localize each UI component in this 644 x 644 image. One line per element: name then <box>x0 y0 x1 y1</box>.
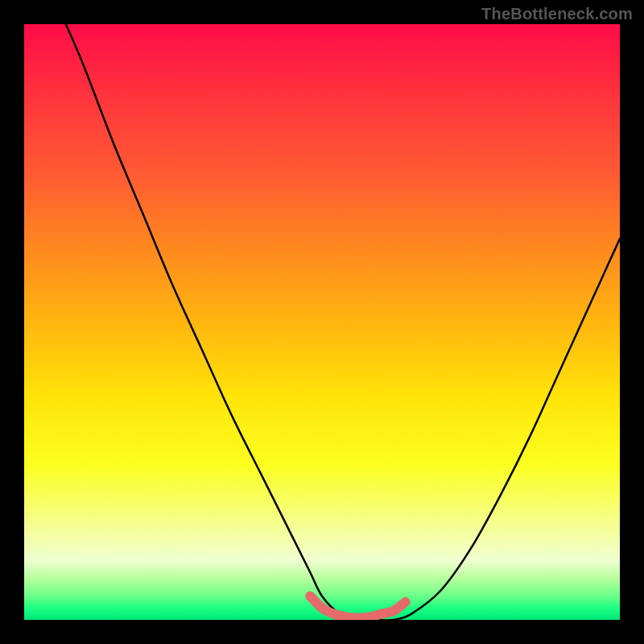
plot-area <box>24 24 620 620</box>
curve-layer <box>24 24 620 620</box>
watermark-text: TheBottleneck.com <box>481 5 633 23</box>
chart-frame: TheBottleneck.com <box>0 0 644 644</box>
bottleneck-curve <box>66 24 620 620</box>
